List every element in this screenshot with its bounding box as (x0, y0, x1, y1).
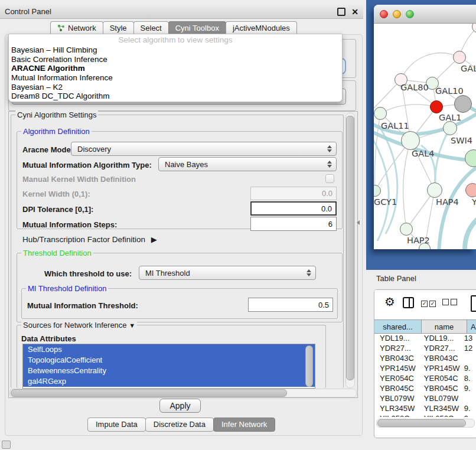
aracne-mode-combobox[interactable]: Discovery (71, 142, 337, 156)
node-label: HAP2 (407, 236, 430, 245)
node-swi4[interactable] (443, 121, 457, 135)
hub-definition-toggle[interactable]: Hub/Transcription Factor Definition ▶ (22, 235, 157, 244)
mi-threshold-label: Mutual Information Threshold: (27, 301, 138, 310)
panel-title: Control Panel (5, 7, 337, 16)
kernel-width-field[interactable] (250, 187, 337, 200)
data-attributes-list: SelfLoops TopologicalCoefficient Between… (22, 344, 315, 389)
list-item[interactable]: TopologicalCoefficient (23, 355, 315, 366)
gear-icon[interactable]: ⚙ (384, 295, 395, 309)
node-hap2[interactable] (400, 223, 413, 236)
close-window-icon[interactable] (380, 10, 388, 18)
network-window-titlebar[interactable] (374, 5, 476, 24)
column-header-extra[interactable]: A (467, 320, 476, 333)
node-gal11[interactable] (374, 107, 387, 120)
zoom-window-icon[interactable] (406, 10, 414, 18)
table-row[interactable]: YBR045CYBR045C9. (374, 383, 476, 393)
close-icon[interactable]: ✕ (351, 9, 358, 15)
settings-vscrollbar-thumb[interactable] (346, 116, 354, 380)
node-label: SWI4 (451, 136, 472, 145)
dropdown-item[interactable]: Basic Correlation Inference (9, 55, 342, 64)
kernel-width-label: Kernel Width (0,1): (22, 190, 90, 198)
document-icon[interactable] (471, 295, 476, 312)
dpi-tolerance-label: DPI Tolerance [0,1]: (22, 205, 93, 214)
node-label: GAL4 (412, 149, 434, 158)
dropdown-item[interactable]: Mutual Information Inference (9, 73, 342, 83)
table-row[interactable]: YPR145WYPR145W9. (374, 363, 476, 373)
mi-type-combobox[interactable]: Naive Bayes (158, 157, 337, 171)
node-gal4[interactable] (401, 131, 420, 150)
table-row[interactable]: YDR27...YDR27...12 (374, 343, 476, 353)
column-header-shared[interactable]: shared... (374, 320, 422, 333)
dpi-tolerance-field[interactable] (250, 201, 337, 216)
table-row[interactable]: YLR345WYLR345W9. (374, 403, 476, 413)
minimize-window-icon[interactable] (393, 10, 401, 18)
mi-steps-field[interactable] (250, 217, 337, 231)
network-canvas[interactable]: GAL GAL80 GAL10 GAL1 GAL11 SWI4 GAL4 GCY… (374, 24, 476, 249)
node-label: GAL11 (381, 121, 409, 131)
table-panel-title: Table Panel (376, 274, 416, 283)
which-threshold-label: Which threshold to use: (44, 269, 132, 278)
mi-threshold-field[interactable] (248, 298, 333, 312)
collapse-arrow-icon: ▶ (151, 235, 157, 244)
control-panel-titlebar: Control Panel ✕ (0, 5, 363, 19)
table-toolbar: ⚙ ✓✓ (374, 290, 476, 318)
table-header: shared... name A (374, 319, 476, 334)
node-label: GCY1 (374, 197, 397, 207)
node-label: GAL80 (400, 83, 429, 92)
combo-arrows-icon (323, 145, 336, 152)
settings-group-title: Cyni Algorithm Settings (15, 110, 98, 119)
tab-cyni-toolbox[interactable]: Cyni Toolbox (168, 21, 226, 35)
minimized-window-icon[interactable] (2, 441, 11, 449)
manual-kernel-checkbox[interactable] (325, 174, 334, 183)
list-scrollbar[interactable] (305, 345, 313, 387)
combo-arrows-icon (302, 269, 315, 276)
settings-hscrollbar-thumb[interactable] (11, 389, 287, 397)
column-header-name[interactable]: name (422, 320, 467, 333)
network-view-window[interactable]: GAL GAL80 GAL10 GAL1 GAL11 SWI4 GAL4 GCY… (374, 5, 476, 249)
node-label: GAL1 (439, 113, 461, 122)
float-icon[interactable] (337, 8, 345, 16)
tab-infer-network[interactable]: Infer Network (213, 418, 275, 432)
which-threshold-combobox[interactable]: MI Threshold (139, 266, 316, 280)
select-all-checkboxes-icon[interactable]: ✓✓ (421, 298, 438, 307)
table-row[interactable]: YER054CYER054C8. (374, 373, 476, 383)
columns-icon[interactable] (403, 297, 414, 308)
node-gal[interactable] (453, 51, 466, 64)
node-gal1[interactable] (430, 100, 443, 113)
table-row[interactable]: YIL052CYIL052C9 (374, 413, 476, 417)
table-hscrollbar-thumb[interactable] (377, 419, 466, 427)
node-hap4[interactable] (427, 182, 442, 198)
mi-steps-label: Mutual Information Steps: (22, 220, 117, 229)
tab-jactivemnodules[interactable]: jActiveMNodules (226, 21, 297, 35)
list-item[interactable]: gal4RGexp (23, 376, 315, 387)
dropdown-item[interactable]: Bayesian – Hill Climbing (9, 45, 342, 55)
deselect-all-checkboxes-icon[interactable] (442, 298, 459, 307)
dropdown-prompt: Select algorithm to view settings (9, 34, 342, 45)
table-row[interactable]: YBR043CYBR043C (374, 353, 476, 363)
tab-discretize-data[interactable]: Discretize Data (145, 418, 214, 432)
apply-button[interactable]: Apply (159, 399, 201, 413)
node-y[interactable] (465, 183, 476, 197)
data-attributes-label: Data Attributes (21, 334, 76, 343)
top-tab-bar: Network Style Select Cyni Toolbox jActiv… (50, 21, 296, 35)
dropdown-item-highlighted[interactable]: ARACNE Algorithm (9, 64, 342, 73)
dropdown-item[interactable]: Bayesian – K2 (9, 83, 342, 92)
node-gray[interactable] (454, 95, 472, 113)
tab-impute-data[interactable]: Impute Data (87, 418, 146, 432)
tab-style[interactable]: Style (103, 21, 134, 35)
list-item[interactable]: BetweennessCentrality (23, 366, 315, 376)
sources-title[interactable]: Sources for Network Inference ▼ (21, 321, 137, 330)
node-label: GAL10 (435, 86, 464, 96)
algorithm-dropdown-list: Select algorithm to view settings Bayesi… (8, 34, 343, 102)
table-row[interactable]: YBL079WYBL079W (374, 393, 476, 403)
tab-select[interactable]: Select (133, 21, 169, 35)
table-row[interactable]: YDL19...YDL19...13 (374, 333, 476, 343)
list-item[interactable]: SelfLoops (23, 344, 315, 355)
splitter-collapse-icon[interactable] (357, 220, 360, 225)
node-label: Y (472, 197, 476, 207)
table-rows: YDL19...YDL19...13 YDR27...YDR27...12 YB… (374, 333, 476, 417)
tab-network[interactable]: Network (50, 21, 103, 35)
aracne-mode-label: Aracne Mode: (22, 145, 73, 154)
dropdown-item[interactable]: Dream8 DC_TDC Algorithm (9, 92, 342, 101)
network-icon (57, 24, 65, 32)
